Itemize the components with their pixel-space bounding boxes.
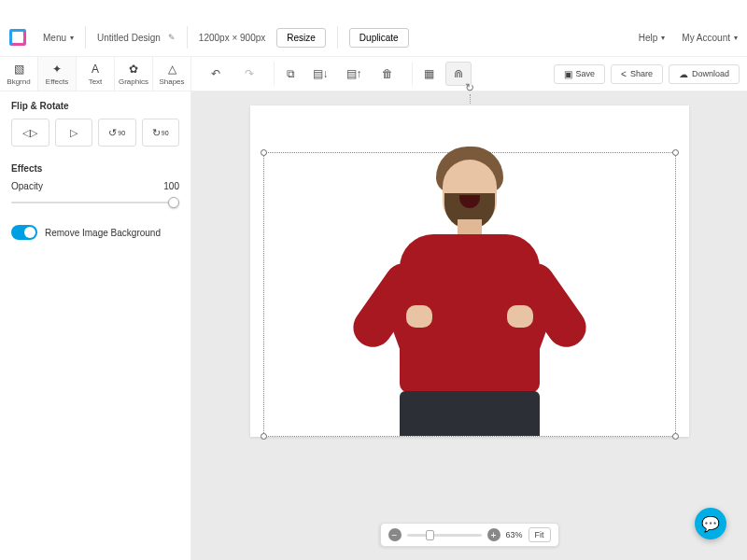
opacity-value: 100 bbox=[163, 181, 179, 191]
delete-button[interactable]: 🗑 bbox=[374, 62, 401, 86]
slider-track bbox=[11, 202, 179, 203]
canvas-dimensions: 1200px × 900px bbox=[199, 33, 265, 43]
tab-text[interactable]: AText bbox=[77, 57, 115, 91]
canvas[interactable]: ↻ bbox=[250, 105, 689, 437]
sidebar-panel: Flip & Rotate ◁▷ ▷ ↺90 ↻90 Effects Opaci… bbox=[0, 91, 191, 560]
opacity-slider[interactable] bbox=[11, 195, 179, 210]
account-dropdown[interactable]: My Account ▾ bbox=[682, 33, 738, 43]
menu-label: Menu bbox=[43, 33, 66, 43]
handle-bottom-left[interactable] bbox=[261, 433, 267, 440]
rotate-right-badge: 90 bbox=[162, 130, 169, 136]
chat-icon: 💬 bbox=[701, 515, 720, 533]
tab-bkgrnd[interactable]: ▧Bkgrnd bbox=[0, 57, 38, 91]
slider-thumb[interactable] bbox=[168, 197, 179, 208]
rotate-right-button[interactable]: ↻90 bbox=[142, 119, 180, 147]
help-dropdown[interactable]: Help ▾ bbox=[639, 33, 666, 43]
save-icon: ▣ bbox=[564, 69, 572, 79]
tab-label: Bkgrnd bbox=[7, 77, 30, 86]
grid-button[interactable]: ▦ bbox=[412, 62, 438, 86]
menu-dropdown[interactable]: Menu ▾ bbox=[43, 33, 74, 43]
flip-h-icon: ◁▷ bbox=[22, 127, 37, 139]
remove-bg-label: Remove Image Background bbox=[45, 228, 161, 238]
stack-up-icon: ▤↑ bbox=[346, 67, 362, 80]
help-fab[interactable]: 💬 bbox=[695, 508, 726, 539]
copy-button[interactable]: ⧉ bbox=[274, 62, 300, 86]
selection-box[interactable] bbox=[263, 152, 676, 437]
tab-label: Shapes bbox=[159, 77, 184, 86]
flip-vertical-button[interactable]: ▷ bbox=[55, 119, 93, 147]
opacity-label: Opacity bbox=[11, 181, 43, 191]
remove-bg-row: Remove Image Background bbox=[11, 225, 179, 240]
save-button[interactable]: ▣Save bbox=[554, 64, 606, 84]
pencil-icon: ✎ bbox=[168, 33, 176, 42]
flip-rotate-heading: Flip & Rotate bbox=[11, 101, 179, 111]
trash-icon: 🗑 bbox=[382, 67, 393, 80]
duplicate-button[interactable]: Duplicate bbox=[349, 28, 409, 48]
grid-icon: ▦ bbox=[424, 67, 434, 80]
tab-effects[interactable]: ✦Effects bbox=[38, 57, 77, 91]
zoom-thumb[interactable] bbox=[425, 530, 433, 540]
divider bbox=[85, 26, 86, 49]
opacity-row: Opacity 100 bbox=[11, 181, 179, 191]
share-icon: < bbox=[621, 69, 627, 79]
zoom-slider[interactable] bbox=[406, 534, 481, 537]
zoom-in-button[interactable]: + bbox=[486, 528, 500, 541]
handle-top-left[interactable] bbox=[261, 149, 267, 156]
chevron-down-icon: ▾ bbox=[734, 34, 738, 42]
layer-down-button[interactable]: ▤↓ bbox=[307, 62, 333, 86]
undo-icon: ↶ bbox=[211, 67, 220, 80]
copy-icon: ⧉ bbox=[287, 67, 295, 80]
canvas-wrap: ↻ − bbox=[191, 91, 747, 560]
divider bbox=[337, 26, 338, 49]
rotate-left-badge: 90 bbox=[118, 130, 125, 136]
top-header: Menu ▾ Untitled Design ✎ 1200px × 900px … bbox=[0, 19, 747, 56]
undo-button[interactable]: ↶ bbox=[203, 62, 229, 86]
rotate-left-button[interactable]: ↺90 bbox=[98, 119, 136, 147]
toggle-knob bbox=[24, 227, 35, 238]
download-button[interactable]: ☁Download bbox=[669, 64, 740, 84]
zoom-fit-button[interactable]: Fit bbox=[529, 527, 551, 542]
rotate-right-icon: ↻ bbox=[152, 127, 161, 139]
chevron-down-icon: ▾ bbox=[70, 34, 74, 42]
tool-tabs-row: ▧Bkgrnd ✦Effects AText ✿Graphics △Shapes… bbox=[0, 56, 747, 91]
download-label: Download bbox=[692, 69, 729, 78]
help-label: Help bbox=[639, 33, 658, 43]
share-button[interactable]: <Share bbox=[611, 64, 663, 84]
tab-label: Text bbox=[89, 77, 103, 86]
zoom-out-button[interactable]: − bbox=[388, 528, 401, 541]
save-label: Save bbox=[576, 69, 596, 78]
layer-up-button[interactable]: ▤↑ bbox=[341, 62, 367, 86]
effects-heading: Effects bbox=[11, 163, 179, 174]
tab-label: Graphics bbox=[119, 77, 148, 86]
cloud-download-icon: ☁ bbox=[679, 69, 688, 79]
flip-horizontal-button[interactable]: ◁▷ bbox=[11, 119, 49, 147]
flip-rotate-row: ◁▷ ▷ ↺90 ↻90 bbox=[11, 119, 179, 147]
rotate-handle[interactable]: ↻ bbox=[465, 81, 474, 94]
redo-icon: ↷ bbox=[245, 67, 254, 80]
zoom-value: 63% bbox=[505, 530, 522, 539]
handle-top-right[interactable] bbox=[672, 149, 679, 156]
handle-bottom-right[interactable] bbox=[672, 433, 679, 440]
remove-bg-toggle[interactable] bbox=[11, 225, 37, 240]
divider bbox=[187, 26, 188, 49]
redo-button[interactable]: ↷ bbox=[236, 62, 262, 86]
magnet-icon: ⋒ bbox=[454, 67, 463, 80]
tab-label: Effects bbox=[46, 77, 68, 86]
text-icon: A bbox=[92, 63, 99, 76]
stack-down-icon: ▤↓ bbox=[313, 67, 329, 80]
wand-icon: ✦ bbox=[52, 63, 62, 76]
tab-graphics[interactable]: ✿Graphics bbox=[115, 57, 153, 91]
share-label: Share bbox=[630, 69, 653, 78]
image-icon: ▧ bbox=[14, 63, 24, 76]
main-area: Flip & Rotate ◁▷ ▷ ↺90 ↻90 Effects Opaci… bbox=[0, 91, 747, 560]
canvas-image[interactable] bbox=[358, 147, 582, 436]
graphics-icon: ✿ bbox=[129, 63, 138, 76]
app-logo bbox=[9, 29, 26, 46]
design-title: Untitled Design bbox=[97, 33, 161, 43]
chevron-down-icon: ▾ bbox=[661, 34, 665, 42]
rotate-left-icon: ↺ bbox=[108, 127, 117, 139]
design-title-edit[interactable]: Untitled Design ✎ bbox=[97, 33, 176, 43]
tab-shapes[interactable]: △Shapes bbox=[153, 57, 191, 91]
shapes-icon: △ bbox=[168, 63, 176, 76]
resize-button[interactable]: Resize bbox=[276, 28, 326, 48]
